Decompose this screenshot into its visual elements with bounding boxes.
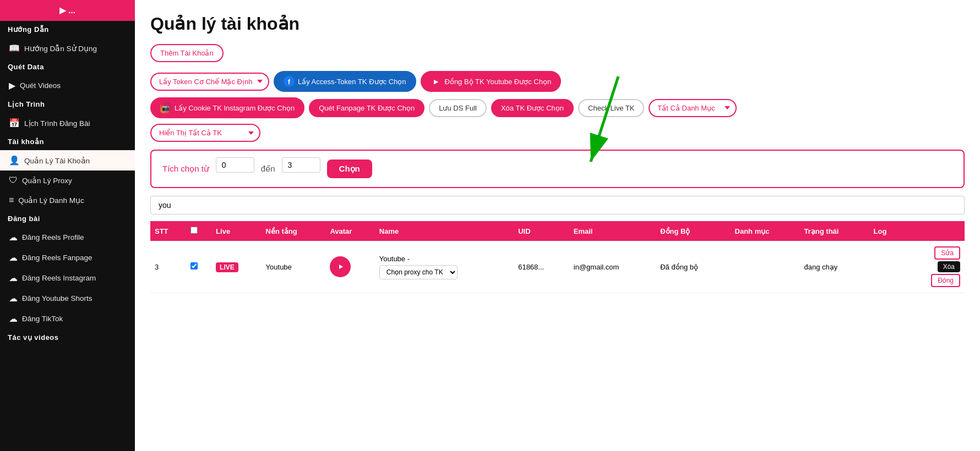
sidebar-section-lich-trinh: Lịch Trình bbox=[0, 96, 135, 113]
play-icon: ▶ bbox=[9, 80, 15, 91]
sidebar-item-huong-dan-su-dung[interactable]: 📖 Hướng Dẫn Sử Dụng bbox=[0, 38, 135, 58]
cloud-upload-icon-5: ☁ bbox=[9, 314, 18, 324]
add-account-button[interactable]: Thêm Tài Khoản bbox=[150, 44, 224, 62]
sua-button[interactable]: Sửa bbox=[934, 246, 960, 260]
lay-token-select[interactable]: Lấy Token Cơ Chế Mặc Định bbox=[150, 73, 269, 91]
youtube-icon: ▶ bbox=[431, 76, 442, 87]
sidebar-item-quet-videos[interactable]: ▶ Quét Videos bbox=[0, 75, 135, 96]
chon-button[interactable]: Chọn bbox=[327, 160, 372, 178]
cell-stt: 3 bbox=[150, 241, 186, 293]
calendar-icon: 📅 bbox=[9, 118, 20, 128]
live-badge: LIVE bbox=[216, 262, 238, 272]
col-live: Live bbox=[211, 221, 262, 241]
cloud-upload-icon-2: ☁ bbox=[9, 252, 18, 263]
col-actions bbox=[904, 221, 965, 241]
quet-fanpage-button[interactable]: Quét Fanpage TK Được Chọn bbox=[309, 99, 424, 117]
sidebar: ▶ ... Hướng Dẫn 📖 Hướng Dẫn Sử Dụng Quét… bbox=[0, 0, 135, 451]
col-dong-bo: Đồng Bộ bbox=[656, 221, 730, 241]
user-icon: 👤 bbox=[9, 155, 20, 166]
sidebar-item-lich-trinh-dang-bai[interactable]: 📅 Lịch Trình Đăng Bài bbox=[0, 113, 135, 133]
select-all-checkbox[interactable] bbox=[190, 227, 198, 234]
cell-live: LIVE bbox=[211, 241, 262, 293]
col-name: Name bbox=[375, 221, 514, 241]
search-input[interactable] bbox=[150, 196, 965, 215]
sidebar-item-dang-reels-fanpage[interactable]: ☁ Đăng Reels Fanpage bbox=[0, 248, 135, 268]
sidebar-item-dang-youtube-shorts[interactable]: ☁ Đăng Youtube Shorts bbox=[0, 288, 135, 309]
sidebar-item-quan-ly-danh-muc[interactable]: ≡ Quản Lý Danh Mục bbox=[0, 190, 135, 210]
sidebar-section-tai-khoan: Tài khoản bbox=[0, 133, 135, 150]
cell-name: Youtube - Chọn proxy cho TK bbox=[375, 241, 514, 293]
cell-log bbox=[869, 241, 905, 293]
luu-ds-full-button[interactable]: Lưu DS Full bbox=[429, 99, 487, 117]
instagram-icon: 📷 bbox=[160, 102, 171, 113]
sidebar-item-dang-reels-instagram[interactable]: ☁ Đăng Reels Instagram bbox=[0, 268, 135, 288]
cell-uid: 61868... bbox=[514, 241, 569, 293]
cell-trang-thai: đang chạy bbox=[800, 241, 869, 293]
proxy-select[interactable]: Chọn proxy cho TK bbox=[379, 265, 458, 279]
sidebar-section-tac-vu-videos: Tác vụ videos bbox=[0, 329, 135, 346]
col-email: Email bbox=[569, 221, 656, 241]
cloud-upload-icon-4: ☁ bbox=[9, 293, 18, 304]
cell-email: in@gmail.com bbox=[569, 241, 656, 293]
sidebar-section-huong-dan: Hướng Dẫn bbox=[0, 21, 135, 38]
cloud-upload-icon-3: ☁ bbox=[9, 273, 18, 283]
cell-actions: Sửa Xóa Đóng bbox=[904, 241, 965, 293]
sidebar-item-dang-reels-profile[interactable]: ☁ Đăng Reels Profile bbox=[0, 227, 135, 248]
col-danh-muc: Danh mục bbox=[731, 221, 800, 241]
xoa-tk-button[interactable]: Xóa TK Được Chọn bbox=[491, 99, 574, 117]
book-icon: 📖 bbox=[9, 43, 20, 53]
col-nen-tang: Nền tảng bbox=[262, 221, 326, 241]
col-stt: STT bbox=[150, 221, 186, 241]
selection-label: Tích chọn từ bbox=[162, 164, 209, 174]
page-title: Quản lý tài khoản bbox=[150, 13, 965, 34]
den-label: đến bbox=[261, 164, 275, 174]
dong-button[interactable]: Đóng bbox=[931, 274, 960, 287]
check-live-button[interactable]: Check Live TK bbox=[578, 99, 644, 117]
cloud-upload-icon: ☁ bbox=[9, 232, 18, 243]
action-buttons: Sửa Xóa Đóng bbox=[908, 246, 960, 287]
access-token-button[interactable]: f Lấy Access-Token TK Được Chọn bbox=[274, 71, 416, 92]
col-log: Log bbox=[869, 221, 905, 241]
cell-checkbox[interactable] bbox=[186, 241, 211, 293]
col-uid: UID bbox=[514, 221, 569, 241]
sidebar-item-quan-ly-proxy[interactable]: 🛡 Quản Lý Proxy bbox=[0, 170, 135, 190]
accounts-table-wrap: STT Live Nền tảng Avatar Name UID Email … bbox=[150, 221, 965, 293]
sidebar-item-dang-tiktok[interactable]: ☁ Đăng TikTok bbox=[0, 309, 135, 329]
col-trang-thai: Trạng thái bbox=[800, 221, 869, 241]
col-checkbox bbox=[186, 221, 211, 241]
sidebar-section-quet-data: Quét Data bbox=[0, 58, 135, 75]
cell-platform: Youtube bbox=[262, 241, 326, 293]
sidebar-top-button[interactable]: ▶ ... bbox=[0, 0, 135, 21]
cell-dong-bo: Đã đồng bộ bbox=[656, 241, 730, 293]
dong-bo-button[interactable]: ▶ Đồng Bộ TK Youtube Được Chọn bbox=[421, 71, 562, 92]
selection-from-input[interactable] bbox=[216, 157, 254, 173]
table-row: 3 LIVE Youtube bbox=[150, 241, 965, 293]
list-icon: ≡ bbox=[9, 195, 14, 205]
main-content: Quản lý tài khoản Thêm Tài Khoản Lấy Tok… bbox=[135, 0, 980, 451]
facebook-icon: f bbox=[284, 76, 295, 87]
tat-ca-danh-muc-select[interactable]: Tất Cả Danh Mục bbox=[649, 99, 737, 117]
hien-thi-tat-ca-select[interactable]: Hiển Thị Tất Cả TK bbox=[150, 124, 260, 142]
avatar bbox=[330, 256, 351, 277]
shield-icon: 🛡 bbox=[9, 175, 18, 185]
row-checkbox[interactable] bbox=[190, 262, 198, 270]
col-avatar: Avatar bbox=[325, 221, 374, 241]
selection-bar: Tích chọn từ đến Chọn bbox=[150, 150, 965, 188]
xoa-button[interactable]: Xóa bbox=[938, 261, 960, 272]
accounts-table: STT Live Nền tảng Avatar Name UID Email … bbox=[150, 221, 965, 293]
cell-avatar bbox=[325, 241, 374, 293]
cookie-button[interactable]: 📷 Lấy Cookie TK Instagram Được Chọn bbox=[150, 97, 304, 118]
sidebar-item-quan-ly-tai-khoan[interactable]: 👤 Quản Lý Tài Khoản bbox=[0, 150, 135, 170]
selection-to-input[interactable] bbox=[282, 157, 320, 173]
sidebar-section-dang-bai: Đăng bài bbox=[0, 210, 135, 227]
cell-danh-muc bbox=[731, 241, 800, 293]
